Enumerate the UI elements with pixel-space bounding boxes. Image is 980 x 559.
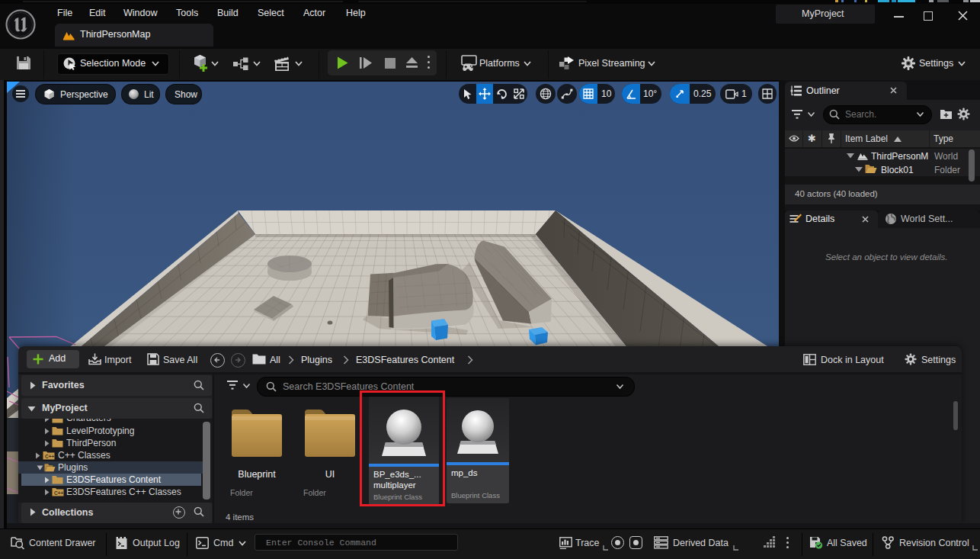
svg-text:C++: C++	[54, 490, 63, 496]
svg-text:C++: C++	[45, 454, 54, 459]
